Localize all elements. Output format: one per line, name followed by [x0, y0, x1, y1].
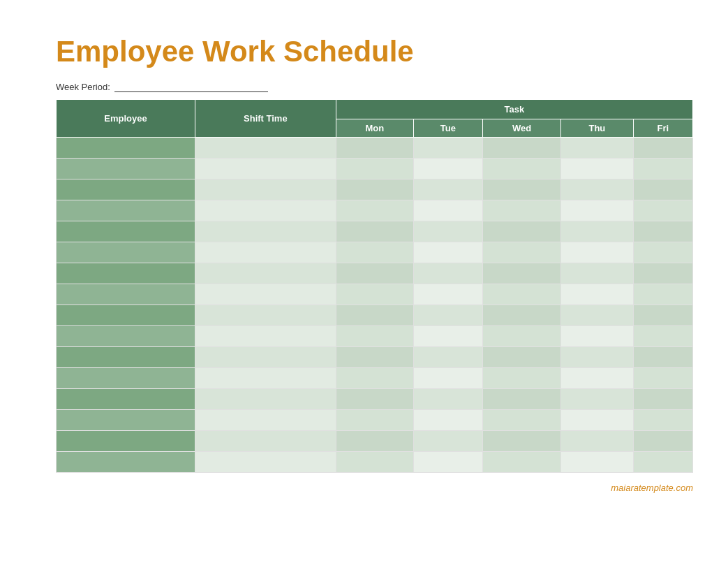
fri-cell[interactable]	[633, 200, 692, 221]
fri-cell[interactable]	[633, 263, 692, 284]
fri-cell[interactable]	[633, 284, 692, 305]
table-row[interactable]	[57, 347, 693, 368]
employee-cell[interactable]	[57, 159, 195, 179]
mon-cell[interactable]	[336, 284, 413, 305]
table-row[interactable]	[57, 263, 693, 284]
employee-cell[interactable]	[57, 347, 195, 368]
mon-cell[interactable]	[336, 389, 413, 410]
wed-cell[interactable]	[482, 263, 560, 284]
wed-cell[interactable]	[482, 389, 560, 410]
shift-cell[interactable]	[195, 263, 336, 284]
employee-cell[interactable]	[57, 138, 195, 159]
mon-cell[interactable]	[336, 347, 413, 368]
shift-cell[interactable]	[195, 410, 336, 431]
week-period-line[interactable]	[114, 81, 268, 92]
thu-cell[interactable]	[561, 242, 634, 263]
mon-cell[interactable]	[336, 242, 413, 263]
wed-cell[interactable]	[482, 179, 560, 200]
thu-cell[interactable]	[561, 410, 634, 431]
employee-cell[interactable]	[57, 242, 195, 263]
table-row[interactable]	[57, 138, 693, 159]
employee-cell[interactable]	[57, 368, 195, 389]
table-row[interactable]	[57, 284, 693, 305]
thu-cell[interactable]	[561, 159, 634, 179]
shift-cell[interactable]	[195, 389, 336, 410]
mon-cell[interactable]	[336, 179, 413, 200]
thu-cell[interactable]	[561, 305, 634, 326]
employee-cell[interactable]	[57, 284, 195, 305]
employee-cell[interactable]	[57, 326, 195, 347]
shift-cell[interactable]	[195, 179, 336, 200]
table-row[interactable]	[57, 368, 693, 389]
fri-cell[interactable]	[633, 179, 692, 200]
mon-cell[interactable]	[336, 221, 413, 242]
mon-cell[interactable]	[336, 431, 413, 452]
employee-cell[interactable]	[57, 452, 195, 473]
employee-cell[interactable]	[57, 389, 195, 410]
thu-cell[interactable]	[561, 452, 634, 473]
mon-cell[interactable]	[336, 200, 413, 221]
tue-cell[interactable]	[413, 389, 482, 410]
fri-cell[interactable]	[633, 305, 692, 326]
thu-cell[interactable]	[561, 389, 634, 410]
employee-cell[interactable]	[57, 263, 195, 284]
tue-cell[interactable]	[413, 242, 482, 263]
mon-cell[interactable]	[336, 138, 413, 159]
mon-cell[interactable]	[336, 368, 413, 389]
wed-cell[interactable]	[482, 305, 560, 326]
thu-cell[interactable]	[561, 263, 634, 284]
table-row[interactable]	[57, 159, 693, 179]
fri-cell[interactable]	[633, 326, 692, 347]
shift-cell[interactable]	[195, 159, 336, 179]
thu-cell[interactable]	[561, 221, 634, 242]
fri-cell[interactable]	[633, 221, 692, 242]
wed-cell[interactable]	[482, 159, 560, 179]
employee-cell[interactable]	[57, 410, 195, 431]
wed-cell[interactable]	[482, 410, 560, 431]
mon-cell[interactable]	[336, 452, 413, 473]
shift-cell[interactable]	[195, 431, 336, 452]
mon-cell[interactable]	[336, 305, 413, 326]
employee-cell[interactable]	[57, 179, 195, 200]
tue-cell[interactable]	[413, 159, 482, 179]
shift-cell[interactable]	[195, 305, 336, 326]
thu-cell[interactable]	[561, 179, 634, 200]
tue-cell[interactable]	[413, 263, 482, 284]
table-row[interactable]	[57, 221, 693, 242]
wed-cell[interactable]	[482, 326, 560, 347]
thu-cell[interactable]	[561, 368, 634, 389]
fri-cell[interactable]	[633, 410, 692, 431]
table-row[interactable]	[57, 389, 693, 410]
thu-cell[interactable]	[561, 347, 634, 368]
shift-cell[interactable]	[195, 347, 336, 368]
wed-cell[interactable]	[482, 200, 560, 221]
wed-cell[interactable]	[482, 138, 560, 159]
table-row[interactable]	[57, 179, 693, 200]
tue-cell[interactable]	[413, 452, 482, 473]
mon-cell[interactable]	[336, 326, 413, 347]
table-row[interactable]	[57, 305, 693, 326]
fri-cell[interactable]	[633, 452, 692, 473]
shift-cell[interactable]	[195, 326, 336, 347]
wed-cell[interactable]	[482, 431, 560, 452]
shift-cell[interactable]	[195, 221, 336, 242]
thu-cell[interactable]	[561, 138, 634, 159]
tue-cell[interactable]	[413, 368, 482, 389]
fri-cell[interactable]	[633, 242, 692, 263]
fri-cell[interactable]	[633, 368, 692, 389]
fri-cell[interactable]	[633, 159, 692, 179]
employee-cell[interactable]	[57, 200, 195, 221]
thu-cell[interactable]	[561, 284, 634, 305]
tue-cell[interactable]	[413, 221, 482, 242]
tue-cell[interactable]	[413, 179, 482, 200]
shift-cell[interactable]	[195, 452, 336, 473]
shift-cell[interactable]	[195, 242, 336, 263]
table-row[interactable]	[57, 242, 693, 263]
wed-cell[interactable]	[482, 368, 560, 389]
fri-cell[interactable]	[633, 347, 692, 368]
mon-cell[interactable]	[336, 263, 413, 284]
employee-cell[interactable]	[57, 431, 195, 452]
table-row[interactable]	[57, 326, 693, 347]
tue-cell[interactable]	[413, 138, 482, 159]
thu-cell[interactable]	[561, 326, 634, 347]
